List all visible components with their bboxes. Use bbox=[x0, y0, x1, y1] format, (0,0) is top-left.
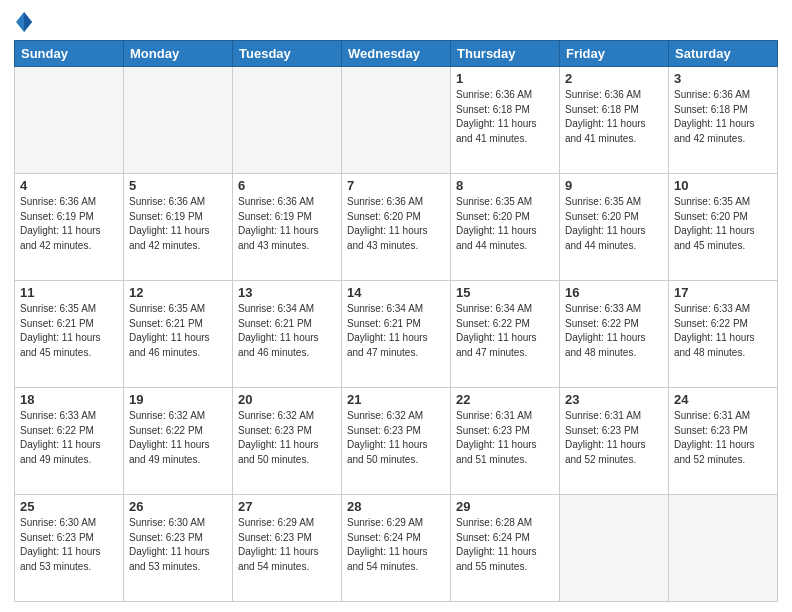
day-number: 12 bbox=[129, 285, 227, 300]
calendar-cell: 4Sunrise: 6:36 AM Sunset: 6:19 PM Daylig… bbox=[15, 174, 124, 281]
day-number: 10 bbox=[674, 178, 772, 193]
day-info: Sunrise: 6:29 AM Sunset: 6:23 PM Dayligh… bbox=[238, 516, 336, 574]
day-info: Sunrise: 6:36 AM Sunset: 6:18 PM Dayligh… bbox=[456, 88, 554, 146]
day-info: Sunrise: 6:31 AM Sunset: 6:23 PM Dayligh… bbox=[674, 409, 772, 467]
day-header-friday: Friday bbox=[560, 41, 669, 67]
week-row-0: 1Sunrise: 6:36 AM Sunset: 6:18 PM Daylig… bbox=[15, 67, 778, 174]
day-info: Sunrise: 6:35 AM Sunset: 6:20 PM Dayligh… bbox=[456, 195, 554, 253]
day-number: 4 bbox=[20, 178, 118, 193]
day-info: Sunrise: 6:36 AM Sunset: 6:18 PM Dayligh… bbox=[565, 88, 663, 146]
day-header-thursday: Thursday bbox=[451, 41, 560, 67]
calendar-cell: 6Sunrise: 6:36 AM Sunset: 6:19 PM Daylig… bbox=[233, 174, 342, 281]
day-info: Sunrise: 6:29 AM Sunset: 6:24 PM Dayligh… bbox=[347, 516, 445, 574]
calendar-cell: 2Sunrise: 6:36 AM Sunset: 6:18 PM Daylig… bbox=[560, 67, 669, 174]
calendar-cell: 28Sunrise: 6:29 AM Sunset: 6:24 PM Dayli… bbox=[342, 495, 451, 602]
calendar-cell: 5Sunrise: 6:36 AM Sunset: 6:19 PM Daylig… bbox=[124, 174, 233, 281]
day-info: Sunrise: 6:33 AM Sunset: 6:22 PM Dayligh… bbox=[674, 302, 772, 360]
calendar-cell: 19Sunrise: 6:32 AM Sunset: 6:22 PM Dayli… bbox=[124, 388, 233, 495]
day-header-wednesday: Wednesday bbox=[342, 41, 451, 67]
day-info: Sunrise: 6:35 AM Sunset: 6:20 PM Dayligh… bbox=[565, 195, 663, 253]
calendar-cell: 25Sunrise: 6:30 AM Sunset: 6:23 PM Dayli… bbox=[15, 495, 124, 602]
day-info: Sunrise: 6:32 AM Sunset: 6:23 PM Dayligh… bbox=[347, 409, 445, 467]
day-info: Sunrise: 6:36 AM Sunset: 6:20 PM Dayligh… bbox=[347, 195, 445, 253]
day-info: Sunrise: 6:34 AM Sunset: 6:21 PM Dayligh… bbox=[347, 302, 445, 360]
week-row-3: 18Sunrise: 6:33 AM Sunset: 6:22 PM Dayli… bbox=[15, 388, 778, 495]
calendar-cell: 18Sunrise: 6:33 AM Sunset: 6:22 PM Dayli… bbox=[15, 388, 124, 495]
calendar-cell bbox=[124, 67, 233, 174]
day-info: Sunrise: 6:35 AM Sunset: 6:21 PM Dayligh… bbox=[20, 302, 118, 360]
day-info: Sunrise: 6:32 AM Sunset: 6:23 PM Dayligh… bbox=[238, 409, 336, 467]
day-info: Sunrise: 6:33 AM Sunset: 6:22 PM Dayligh… bbox=[565, 302, 663, 360]
day-header-saturday: Saturday bbox=[669, 41, 778, 67]
day-number: 6 bbox=[238, 178, 336, 193]
day-header-tuesday: Tuesday bbox=[233, 41, 342, 67]
calendar-cell: 24Sunrise: 6:31 AM Sunset: 6:23 PM Dayli… bbox=[669, 388, 778, 495]
calendar-cell bbox=[342, 67, 451, 174]
calendar-cell: 15Sunrise: 6:34 AM Sunset: 6:22 PM Dayli… bbox=[451, 281, 560, 388]
week-row-1: 4Sunrise: 6:36 AM Sunset: 6:19 PM Daylig… bbox=[15, 174, 778, 281]
calendar-cell: 17Sunrise: 6:33 AM Sunset: 6:22 PM Dayli… bbox=[669, 281, 778, 388]
day-number: 18 bbox=[20, 392, 118, 407]
day-info: Sunrise: 6:31 AM Sunset: 6:23 PM Dayligh… bbox=[565, 409, 663, 467]
calendar-cell: 13Sunrise: 6:34 AM Sunset: 6:21 PM Dayli… bbox=[233, 281, 342, 388]
day-number: 16 bbox=[565, 285, 663, 300]
day-number: 2 bbox=[565, 71, 663, 86]
calendar-cell: 9Sunrise: 6:35 AM Sunset: 6:20 PM Daylig… bbox=[560, 174, 669, 281]
calendar-cell: 8Sunrise: 6:35 AM Sunset: 6:20 PM Daylig… bbox=[451, 174, 560, 281]
calendar-cell: 12Sunrise: 6:35 AM Sunset: 6:21 PM Dayli… bbox=[124, 281, 233, 388]
calendar-cell bbox=[669, 495, 778, 602]
day-number: 19 bbox=[129, 392, 227, 407]
day-number: 15 bbox=[456, 285, 554, 300]
day-info: Sunrise: 6:33 AM Sunset: 6:22 PM Dayligh… bbox=[20, 409, 118, 467]
calendar-cell: 11Sunrise: 6:35 AM Sunset: 6:21 PM Dayli… bbox=[15, 281, 124, 388]
calendar-cell: 16Sunrise: 6:33 AM Sunset: 6:22 PM Dayli… bbox=[560, 281, 669, 388]
day-info: Sunrise: 6:31 AM Sunset: 6:23 PM Dayligh… bbox=[456, 409, 554, 467]
calendar-cell: 27Sunrise: 6:29 AM Sunset: 6:23 PM Dayli… bbox=[233, 495, 342, 602]
logo bbox=[14, 10, 38, 34]
day-number: 27 bbox=[238, 499, 336, 514]
day-info: Sunrise: 6:36 AM Sunset: 6:19 PM Dayligh… bbox=[238, 195, 336, 253]
calendar-cell: 22Sunrise: 6:31 AM Sunset: 6:23 PM Dayli… bbox=[451, 388, 560, 495]
calendar: SundayMondayTuesdayWednesdayThursdayFrid… bbox=[14, 40, 778, 602]
day-number: 9 bbox=[565, 178, 663, 193]
calendar-cell: 29Sunrise: 6:28 AM Sunset: 6:24 PM Dayli… bbox=[451, 495, 560, 602]
day-info: Sunrise: 6:30 AM Sunset: 6:23 PM Dayligh… bbox=[20, 516, 118, 574]
week-row-2: 11Sunrise: 6:35 AM Sunset: 6:21 PM Dayli… bbox=[15, 281, 778, 388]
day-number: 22 bbox=[456, 392, 554, 407]
day-number: 3 bbox=[674, 71, 772, 86]
day-info: Sunrise: 6:35 AM Sunset: 6:20 PM Dayligh… bbox=[674, 195, 772, 253]
calendar-cell: 10Sunrise: 6:35 AM Sunset: 6:20 PM Dayli… bbox=[669, 174, 778, 281]
day-info: Sunrise: 6:34 AM Sunset: 6:22 PM Dayligh… bbox=[456, 302, 554, 360]
day-number: 11 bbox=[20, 285, 118, 300]
day-number: 14 bbox=[347, 285, 445, 300]
calendar-cell: 7Sunrise: 6:36 AM Sunset: 6:20 PM Daylig… bbox=[342, 174, 451, 281]
calendar-cell bbox=[560, 495, 669, 602]
svg-marker-1 bbox=[24, 12, 32, 32]
week-row-4: 25Sunrise: 6:30 AM Sunset: 6:23 PM Dayli… bbox=[15, 495, 778, 602]
day-info: Sunrise: 6:28 AM Sunset: 6:24 PM Dayligh… bbox=[456, 516, 554, 574]
day-info: Sunrise: 6:35 AM Sunset: 6:21 PM Dayligh… bbox=[129, 302, 227, 360]
day-info: Sunrise: 6:36 AM Sunset: 6:18 PM Dayligh… bbox=[674, 88, 772, 146]
day-number: 20 bbox=[238, 392, 336, 407]
day-number: 25 bbox=[20, 499, 118, 514]
day-number: 29 bbox=[456, 499, 554, 514]
calendar-cell: 3Sunrise: 6:36 AM Sunset: 6:18 PM Daylig… bbox=[669, 67, 778, 174]
calendar-cell bbox=[15, 67, 124, 174]
header bbox=[14, 10, 778, 34]
day-number: 13 bbox=[238, 285, 336, 300]
day-info: Sunrise: 6:30 AM Sunset: 6:23 PM Dayligh… bbox=[129, 516, 227, 574]
day-number: 21 bbox=[347, 392, 445, 407]
logo-icon bbox=[14, 10, 34, 34]
day-number: 23 bbox=[565, 392, 663, 407]
calendar-cell: 23Sunrise: 6:31 AM Sunset: 6:23 PM Dayli… bbox=[560, 388, 669, 495]
day-info: Sunrise: 6:34 AM Sunset: 6:21 PM Dayligh… bbox=[238, 302, 336, 360]
day-info: Sunrise: 6:32 AM Sunset: 6:22 PM Dayligh… bbox=[129, 409, 227, 467]
day-header-monday: Monday bbox=[124, 41, 233, 67]
day-number: 24 bbox=[674, 392, 772, 407]
calendar-header-row: SundayMondayTuesdayWednesdayThursdayFrid… bbox=[15, 41, 778, 67]
calendar-cell: 21Sunrise: 6:32 AM Sunset: 6:23 PM Dayli… bbox=[342, 388, 451, 495]
day-number: 8 bbox=[456, 178, 554, 193]
day-info: Sunrise: 6:36 AM Sunset: 6:19 PM Dayligh… bbox=[20, 195, 118, 253]
day-number: 1 bbox=[456, 71, 554, 86]
calendar-cell: 26Sunrise: 6:30 AM Sunset: 6:23 PM Dayli… bbox=[124, 495, 233, 602]
